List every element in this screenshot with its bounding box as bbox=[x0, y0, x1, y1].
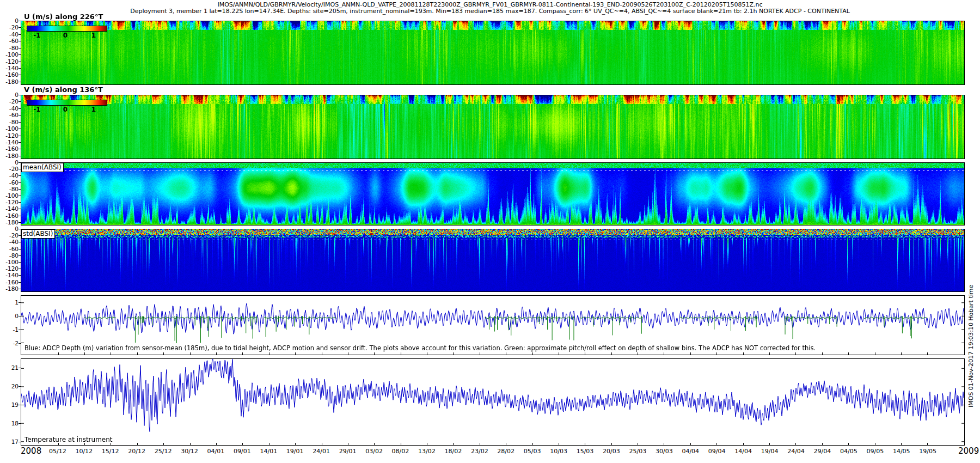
y-tick-label: -20 bbox=[0, 98, 19, 105]
y-tick-mark bbox=[19, 302, 21, 303]
colorbar-u bbox=[27, 26, 107, 32]
y-tick-label: -60 bbox=[0, 179, 19, 186]
y-tick-mark bbox=[19, 255, 21, 256]
y-tick-mark bbox=[19, 316, 21, 316]
v-velocity-heatmap-canvas bbox=[21, 95, 964, 159]
x-tick-label: 20/03 bbox=[603, 448, 620, 455]
y-tick-label: -100 bbox=[0, 125, 19, 132]
y-tick-mark bbox=[19, 235, 21, 236]
colorbar-u-tick-zero: 0 bbox=[63, 32, 68, 39]
x-tick-label: 10/12 bbox=[75, 448, 93, 455]
y-tick-label: -140 bbox=[0, 272, 19, 278]
y-tick-mark bbox=[19, 182, 21, 183]
y-tick-label: -180 bbox=[0, 285, 19, 292]
y-tick-label: 1 bbox=[0, 299, 19, 306]
temperature-label: Temperature at instrument bbox=[24, 436, 113, 443]
y-tick-label: -40 bbox=[0, 105, 19, 112]
x-tick-label: 29/01 bbox=[339, 448, 357, 455]
y-tick-label: -40 bbox=[0, 239, 19, 245]
y-tick-label: -2 bbox=[0, 340, 19, 346]
y-tick-label: 21 bbox=[0, 364, 19, 371]
x-tick-label: 19/01 bbox=[286, 448, 304, 455]
y-tick-label: -140 bbox=[0, 139, 19, 145]
y-tick-label: -100 bbox=[0, 192, 19, 199]
panel-label-mean-absi: mean(ABSI) bbox=[21, 163, 64, 172]
y-tick-label: -160 bbox=[0, 71, 19, 78]
heatmap-panel-u: -1 0 1 bbox=[21, 21, 965, 85]
depth-variation-panel: Blue: ADCP Depth (m) variation from sens… bbox=[21, 295, 965, 355]
y-tick-mark bbox=[19, 368, 21, 368]
y-tick-label: -60 bbox=[0, 246, 19, 252]
y-tick-label: -180 bbox=[0, 219, 19, 226]
x-tick-label: 29/04 bbox=[814, 448, 831, 455]
y-tick-label: 0 bbox=[0, 17, 19, 24]
temperature-panel: Temperature at instrument bbox=[21, 358, 965, 446]
y-tick-mark bbox=[19, 386, 21, 387]
x-tick-label: 15/12 bbox=[102, 448, 119, 455]
y-tick-label: -160 bbox=[0, 279, 19, 285]
y-tick-mark bbox=[19, 262, 21, 263]
y-tick-mark bbox=[19, 405, 21, 405]
y-tick-mark bbox=[19, 249, 21, 249]
std-absi-heatmap-canvas bbox=[21, 229, 964, 291]
x-tick-label: 30/03 bbox=[656, 448, 673, 455]
y-tick-mark bbox=[19, 343, 21, 344]
y-tick-label: -160 bbox=[0, 212, 19, 219]
x-tick-label: 18/02 bbox=[444, 448, 462, 455]
y-tick-mark bbox=[19, 101, 21, 102]
x-tick-label: 23/02 bbox=[471, 448, 488, 455]
y-tick-label: -120 bbox=[0, 58, 19, 65]
y-tick-mark bbox=[19, 136, 21, 136]
y-tick-label: -20 bbox=[0, 232, 19, 239]
y-tick-mark bbox=[19, 423, 21, 424]
title-deployment-info: Deployment 3, member 1 lat=18.22S lon=14… bbox=[0, 8, 980, 15]
colorbar-u-tick-pos1: 1 bbox=[91, 32, 96, 39]
x-tick-label: 14/01 bbox=[260, 448, 277, 455]
temperature-line-canvas bbox=[21, 359, 964, 445]
y-tick-label: -180 bbox=[0, 153, 19, 159]
y-tick-mark bbox=[19, 95, 21, 95]
y-tick-mark bbox=[19, 162, 21, 163]
x-axis-year-start: 2008 bbox=[21, 446, 41, 456]
x-tick-label: 20/12 bbox=[128, 448, 145, 455]
y-tick-label: 0 bbox=[0, 159, 19, 166]
y-tick-mark bbox=[19, 115, 21, 115]
y-tick-mark bbox=[19, 108, 21, 109]
x-tick-label: 03/02 bbox=[365, 448, 383, 455]
x-tick-label: 09/01 bbox=[234, 448, 251, 455]
y-tick-mark bbox=[19, 169, 21, 169]
x-tick-label: 05/03 bbox=[524, 448, 541, 455]
panel-title-u: U (m/s) along 226°T bbox=[24, 13, 103, 21]
y-tick-mark bbox=[19, 142, 21, 143]
y-tick-mark bbox=[19, 289, 21, 289]
y-tick-label: -20 bbox=[0, 24, 19, 31]
y-tick-label: -120 bbox=[0, 132, 19, 139]
y-tick-label: 19 bbox=[0, 401, 19, 408]
colorbar-v-tick-zero: 0 bbox=[63, 106, 68, 113]
y-tick-label: -180 bbox=[0, 78, 19, 85]
y-tick-mark bbox=[19, 216, 21, 216]
y-tick-mark bbox=[19, 82, 21, 82]
colorbar-v-tick-pos1: 1 bbox=[91, 106, 96, 113]
y-tick-label: -100 bbox=[0, 259, 19, 265]
y-tick-mark bbox=[19, 75, 21, 75]
y-tick-label: -80 bbox=[0, 252, 19, 259]
y-tick-mark bbox=[19, 54, 21, 55]
y-tick-label: -80 bbox=[0, 119, 19, 125]
colorbar-v-tick-neg1: -1 bbox=[33, 106, 40, 113]
y-tick-label: 17 bbox=[0, 438, 19, 445]
x-tick-label: 19/04 bbox=[761, 448, 779, 455]
y-tick-label: -80 bbox=[0, 186, 19, 192]
y-tick-mark bbox=[19, 175, 21, 176]
y-tick-mark bbox=[19, 41, 21, 41]
y-tick-label: -40 bbox=[0, 31, 19, 38]
y-tick-mark bbox=[19, 442, 21, 442]
y-tick-mark bbox=[19, 129, 21, 129]
panel-title-v: V (m/s) along 136°T bbox=[24, 86, 103, 94]
y-tick-label: 18 bbox=[0, 420, 19, 427]
y-tick-label: 0 bbox=[0, 313, 19, 319]
x-axis-year-end: 2009 bbox=[958, 446, 979, 456]
y-tick-mark bbox=[19, 275, 21, 276]
colorbar-u-tick-neg1: -1 bbox=[33, 32, 40, 39]
x-tick-label: 05/12 bbox=[49, 448, 66, 455]
